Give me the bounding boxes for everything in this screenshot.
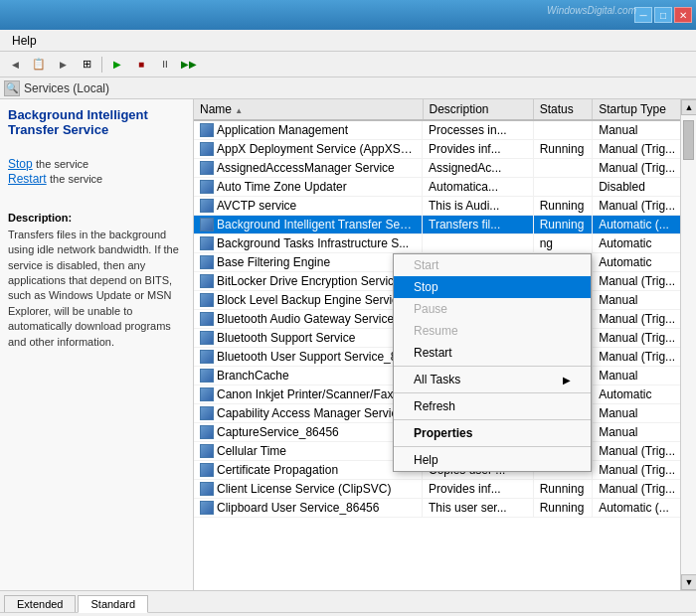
context-menu-pause[interactable]: Pause	[394, 298, 591, 320]
service-icon	[200, 501, 214, 515]
table-row[interactable]: Application ManagementProcesses in...Man…	[194, 120, 696, 140]
service-status	[533, 120, 592, 140]
watermark: WindowsDigital.com	[547, 5, 636, 16]
table-row[interactable]: Client License Service (ClipSVC)Provides…	[194, 480, 696, 499]
context-menu-refresh[interactable]: Refresh	[394, 395, 591, 417]
service-name: Bluetooth User Support Service_8...	[217, 350, 407, 364]
service-icon	[200, 406, 214, 420]
service-icon	[200, 444, 214, 458]
right-panel: Name ▲ Description Status Startup Type	[194, 99, 696, 590]
menu-bar: Help	[0, 30, 696, 52]
toolbar-stop-button[interactable]: ■	[130, 55, 152, 75]
toolbar-back-button[interactable]: ◀	[4, 55, 26, 75]
service-name: AppX Deployment Service (AppXSVC)	[217, 142, 416, 156]
service-name: Background Intelligent Transfer Servi...	[217, 218, 416, 231]
table-row[interactable]: AppX Deployment Service (AppXSVC)Provide…	[194, 140, 696, 159]
scroll-up-button[interactable]: ▲	[681, 99, 696, 115]
service-name: Certificate Propagation	[217, 463, 338, 477]
col-header-status[interactable]: Status	[533, 99, 592, 120]
close-button[interactable]: ✕	[674, 7, 692, 23]
tab-standard[interactable]: Standard	[78, 595, 148, 613]
service-icon	[200, 331, 214, 345]
service-name: Cellular Time	[217, 444, 286, 458]
context-menu-sep-2	[394, 392, 591, 393]
service-icon	[200, 180, 214, 194]
context-menu-sep-3	[394, 419, 591, 420]
toolbar-play-button[interactable]: ▶	[106, 55, 128, 75]
service-icon	[200, 369, 214, 383]
maximize-button[interactable]: □	[654, 7, 672, 23]
toolbar-forward-button[interactable]: ▶	[52, 55, 74, 75]
service-status: Running	[533, 480, 592, 499]
toolbar-properties-button[interactable]: 📋	[28, 55, 50, 75]
scroll-track	[681, 115, 696, 574]
toolbar-restart-button[interactable]: ▶▶	[178, 55, 200, 75]
service-status	[533, 159, 592, 178]
service-icon	[200, 255, 214, 269]
title-bar: WindowsDigital.com ─ □ ✕	[0, 0, 696, 30]
toolbar-separator	[101, 57, 102, 73]
context-menu: Start Stop Pause Resume Restart All Task…	[393, 253, 592, 472]
service-description	[423, 234, 533, 253]
restart-service-link[interactable]: Restart	[8, 172, 47, 186]
back-icon: ◀	[12, 60, 19, 70]
service-icon	[200, 293, 214, 307]
forward-icon: ▶	[60, 60, 67, 70]
context-menu-properties[interactable]: Properties	[394, 422, 591, 444]
menu-item-help[interactable]: Help	[4, 32, 45, 50]
toolbar-pause-button[interactable]: ⏸	[154, 55, 176, 75]
service-name: Bluetooth Audio Gateway Service	[217, 312, 394, 326]
context-menu-restart[interactable]: Restart	[394, 342, 591, 364]
table-header-row: Name ▲ Description Status Startup Type	[194, 99, 696, 120]
context-menu-resume[interactable]: Resume	[394, 320, 591, 342]
service-name: Client License Service (ClipSVC)	[217, 482, 391, 496]
toolbar-grid-button[interactable]: ⊞	[76, 55, 97, 75]
scroll-thumb[interactable]	[683, 120, 694, 160]
col-header-description[interactable]: Description	[423, 99, 533, 120]
pause-icon: ⏸	[160, 59, 170, 70]
left-panel-title: Background Intelligent Transfer Service	[8, 107, 185, 137]
table-row[interactable]: Background Intelligent Transfer Servi...…	[194, 216, 696, 234]
bottom-tabs: Extended Standard	[0, 590, 696, 612]
service-description: This user ser...	[423, 499, 533, 518]
restart-icon: ▶▶	[181, 59, 197, 70]
play-icon: ▶	[113, 59, 121, 70]
context-menu-all-tasks[interactable]: All Tasks ▶	[394, 369, 591, 390]
service-name: Capability Access Manager Servic...	[217, 406, 407, 420]
service-description: Transfers fil...	[423, 216, 533, 234]
tab-extended[interactable]: Extended	[4, 595, 76, 612]
service-icon	[200, 274, 214, 288]
table-row[interactable]: AVCTP serviceThis is Audi...RunningManua…	[194, 197, 696, 216]
stop-service-link[interactable]: Stop	[8, 157, 33, 171]
service-name: Bluetooth Support Service	[217, 331, 355, 345]
service-name: Canon Inkjet Printer/Scanner/Fax...	[217, 387, 403, 401]
table-row[interactable]: Auto Time Zone UpdaterAutomatica...Disab…	[194, 178, 696, 197]
service-icon	[200, 463, 214, 477]
context-menu-help[interactable]: Help	[394, 449, 591, 471]
service-name: AVCTP service	[217, 199, 296, 213]
service-icon	[200, 350, 214, 364]
context-menu-start[interactable]: Start	[394, 254, 591, 276]
service-name: CaptureService_86456	[217, 425, 339, 439]
service-description: Processes in...	[423, 120, 533, 140]
search-icon: 🔍	[4, 80, 20, 96]
context-menu-stop[interactable]: Stop	[394, 276, 591, 298]
search-bar: 🔍 Services (Local)	[0, 77, 696, 99]
col-header-name[interactable]: Name ▲	[194, 99, 423, 120]
scroll-down-button[interactable]: ▼	[681, 574, 696, 590]
service-status	[533, 178, 592, 197]
minimize-button[interactable]: ─	[634, 7, 652, 23]
service-name: Base Filtering Engine	[217, 255, 330, 269]
service-icon	[200, 482, 214, 496]
window-controls: ─ □ ✕	[634, 7, 692, 23]
service-status: ng	[533, 234, 592, 253]
service-status: Running	[533, 216, 592, 234]
service-icon	[200, 425, 214, 439]
service-name: Background Tasks Infrastructure S...	[217, 236, 409, 250]
service-name: Auto Time Zone Updater	[217, 180, 347, 194]
context-menu-sep-4	[394, 446, 591, 447]
table-row[interactable]: Clipboard User Service_86456This user se…	[194, 499, 696, 518]
service-status: Running	[533, 140, 592, 159]
table-row[interactable]: Background Tasks Infrastructure S...ngAu…	[194, 234, 696, 253]
table-row[interactable]: AssignedAccessManager ServiceAssignedAc.…	[194, 159, 696, 178]
